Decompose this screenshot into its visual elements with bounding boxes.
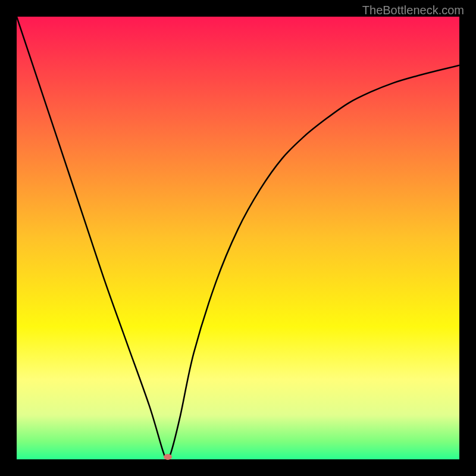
curve-overlay [17, 17, 459, 459]
bottleneck-curve [17, 17, 459, 459]
chart-container [17, 17, 459, 459]
optimal-point-marker [164, 454, 172, 460]
watermark-text: TheBottleneck.com [362, 4, 464, 17]
